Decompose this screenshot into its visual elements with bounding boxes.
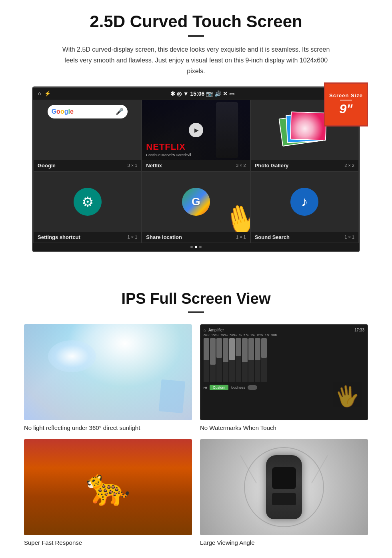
music-note-icon: ♪ (301, 194, 308, 209)
settings-app-content: ⚙ (34, 172, 141, 232)
netflix-logo: NETFLIX (146, 142, 186, 152)
amp-title: Amplifier (208, 328, 224, 332)
microphone-icon: 🎤 (116, 108, 124, 115)
slider-track-3[interactable] (216, 338, 222, 382)
slider-fill-1 (204, 338, 209, 360)
time-display: 15:06 (190, 90, 205, 97)
cheetah-emoji: 🐆 (86, 466, 130, 508)
app-cell-sound[interactable]: ♪ Sound Search 1 × 1 (250, 171, 359, 243)
home-icon: ⌂ (38, 90, 41, 96)
device-wrapper: Screen Size 9" ⌂ ⚡ ✱ ◎ ▼ 15:06 📷 🔊 ✕ (32, 86, 360, 252)
slider-fill-2 (210, 338, 216, 365)
car-label: Large Viewing Angle (200, 539, 368, 546)
settings-icon: ⚙ (74, 188, 102, 216)
badge-size: 9" (340, 102, 353, 116)
loudness-toggle[interactable] (248, 385, 257, 390)
gallery-img-3 (290, 111, 327, 141)
car-windshield (272, 467, 296, 489)
hand-pointing-icon: 🤚 (220, 199, 250, 232)
slider-track-10[interactable] (261, 338, 267, 382)
section1-title: 2.5D Curved Touch Screen (24, 12, 368, 31)
netflix-app-name: Netflix (146, 163, 162, 169)
sunlight-image (24, 324, 192, 420)
feature-car: Large Viewing Angle (200, 439, 368, 546)
app-cell-settings[interactable]: ⚙ Settings shortcut 1 × 1 (33, 171, 142, 243)
badge-underline (340, 100, 352, 100)
sunlight-glow (48, 340, 96, 372)
title-underline (188, 35, 204, 37)
status-bar: ⌂ ⚡ ✱ ◎ ▼ 15:06 📷 🔊 ✕ ▭ (33, 88, 359, 100)
feature-sunlight: No light reflecting under 360° direct su… (24, 324, 192, 431)
slider-track-7[interactable] (242, 338, 248, 382)
slider-fill-6 (236, 338, 241, 356)
freq-12k5: 12.5k (256, 334, 263, 337)
dot-1 (190, 246, 193, 248)
section-ips-screen: IPS Full Screen View No light reflecting… (0, 286, 392, 558)
slider-track-8[interactable] (248, 338, 254, 382)
loudness-label: loudness (231, 385, 245, 389)
google-app-name: Google (38, 163, 56, 169)
netflix-subtitle: Continue Marvel's Daredevil (146, 153, 191, 157)
amp-screen: ⌂ Amplifier 17:33 60hz 100hz 200hz 500hz… (200, 325, 368, 420)
status-left: ⌂ ⚡ (38, 90, 51, 96)
amp-eq-sliders (204, 338, 364, 382)
app-cell-netflix[interactable]: ▶ NETFLIX Continue Marvel's Daredevil Ne… (142, 100, 250, 171)
gallery-stack (280, 108, 328, 152)
settings-app-size: 1 × 1 (128, 235, 138, 239)
slider-track-2[interactable] (210, 338, 216, 382)
section-curved-screen: 2.5D Curved Touch Screen With 2.5D curve… (0, 0, 392, 262)
car-container (244, 443, 324, 531)
slider-fill-5 (229, 338, 235, 360)
app-cell-share[interactable]: G 🤚 Share location 1 × 1 (142, 171, 250, 243)
google-label-row: Google 3 × 1 (34, 160, 141, 171)
hand-touch-icon: 🖐 (333, 383, 361, 410)
freq-10k: 10k (250, 334, 255, 337)
custom-button[interactable]: Custom (210, 385, 228, 390)
settings-app-name: Settings shortcut (38, 234, 80, 240)
sunlight-label: No light reflecting under 360° direct su… (24, 424, 192, 431)
gallery-app-name: Photo Gallery (255, 163, 289, 169)
share-label-row: Share location 1 × 1 (142, 232, 250, 243)
slider-fill-8 (248, 338, 254, 360)
amp-freq-labels: 60hz 100hz 200hz 500hz 1k 2.5k 10k 12.5k… (204, 334, 364, 337)
gallery-label-row: Photo Gallery 2 × 2 (251, 160, 358, 171)
slider-fill-4 (223, 338, 228, 363)
share-app-content: G 🤚 (142, 172, 250, 232)
slider-track-5[interactable] (229, 338, 235, 382)
gear-icon: ⚙ (82, 194, 94, 210)
google-app-size: 3 × 1 (128, 163, 138, 168)
play-icon: ▶ (194, 127, 199, 133)
slider-fill-7 (242, 338, 248, 363)
volume-icon: 🔊 (214, 90, 221, 97)
maps-g-letter: G (182, 188, 210, 216)
share-app-size: 1 × 1 (236, 235, 246, 239)
location-icon: ◎ (177, 90, 182, 97)
sound-search-icon: ♪ (290, 188, 318, 216)
wifi-icon: ▼ (183, 90, 189, 97)
usb-icon: ⚡ (44, 90, 51, 96)
slider-track-1[interactable] (204, 338, 209, 382)
dot-3 (199, 246, 202, 248)
app-cell-google[interactable]: Google 🎤 Google 3 × 1 (33, 100, 142, 171)
section1-description: With 2.5D curved-display screen, this de… (56, 44, 336, 77)
slider-track-4[interactable] (223, 338, 228, 382)
amp-time: 17:33 (354, 328, 364, 332)
slider-track-9[interactable] (255, 338, 260, 382)
play-button[interactable]: ▶ (189, 123, 203, 137)
feature-cheetah: 🐆 Super Fast Response (24, 439, 192, 546)
car-image (200, 439, 368, 535)
gallery-flower (291, 112, 326, 140)
slider-fill-9 (255, 338, 260, 360)
netflix-app-content: ▶ NETFLIX Continue Marvel's Daredevil (142, 100, 250, 160)
sound-app-name: Sound Search (255, 234, 290, 240)
section2-underline (188, 311, 204, 313)
gallery-app-size: 2 × 2 (344, 163, 354, 168)
freq-100: 100hz (211, 334, 219, 337)
slider-track-6[interactable] (236, 338, 241, 382)
sound-app-content: ♪ (251, 172, 358, 232)
maps-icon: G (182, 188, 210, 216)
sound-app-size: 1 × 1 (344, 235, 354, 239)
freq-60: 60hz (204, 334, 210, 337)
google-logo: Google (52, 108, 74, 115)
badge-label: Screen Size (329, 92, 363, 98)
